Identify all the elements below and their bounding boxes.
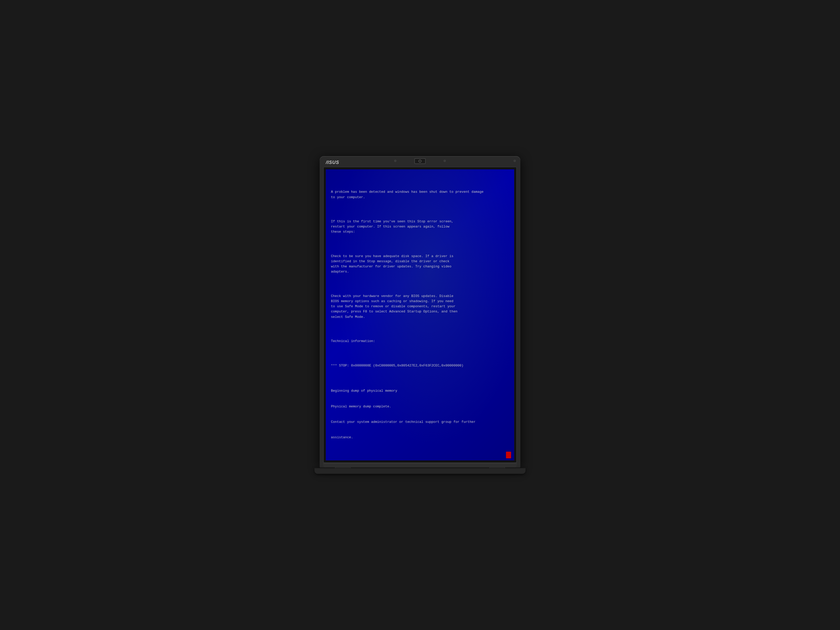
bsod-para1: A problem has been detected and windows … bbox=[331, 189, 509, 200]
bsod-stop-code: *** STOP: 0x0000008E (0xC0000005,0x80542… bbox=[331, 363, 509, 368]
bsod-para3: Check to be sure you have adequate disk … bbox=[331, 254, 509, 275]
bsod-screen: A problem has been detected and windows … bbox=[326, 169, 514, 460]
bsod-dump-line3: Contact your system administrator or tec… bbox=[331, 420, 509, 425]
bsod-para4: Check with your hardware vendor for any … bbox=[331, 294, 509, 320]
laptop-body: /ISUS A problem has been detected and wi… bbox=[320, 156, 520, 467]
screw-left bbox=[394, 160, 396, 162]
screen-bezel: A problem has been detected and windows … bbox=[323, 167, 517, 463]
bsod-dump-line1: Beginning dump of physical memory bbox=[331, 388, 509, 393]
laptop-base bbox=[314, 468, 526, 474]
bsod-para2: If this is the first time you've seen th… bbox=[331, 219, 509, 234]
screw-right bbox=[444, 160, 446, 162]
bsod-content: A problem has been detected and windows … bbox=[331, 174, 509, 456]
laptop-bottom-bar bbox=[323, 463, 517, 467]
bsod-dump-line2: Physical memory dump complete. bbox=[331, 404, 509, 409]
bsod-tech-info: Technical information: bbox=[331, 339, 509, 344]
bsod-dump-line4: assistance. bbox=[331, 435, 509, 440]
screw-top-right bbox=[514, 160, 516, 162]
asus-logo: /ISUS bbox=[326, 160, 339, 165]
